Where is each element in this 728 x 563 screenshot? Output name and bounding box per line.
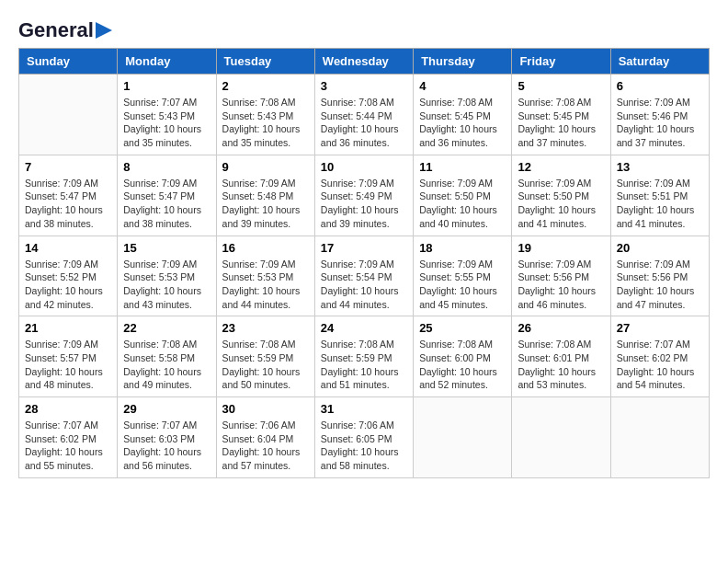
svg-marker-0 <box>96 22 112 39</box>
day-number: 14 <box>25 241 111 255</box>
calendar-cell: 10Sunrise: 7:09 AM Sunset: 5:49 PM Dayli… <box>314 155 413 236</box>
calendar-cell: 1Sunrise: 7:07 AM Sunset: 5:43 PM Daylig… <box>118 75 216 155</box>
day-number: 16 <box>222 241 309 255</box>
day-number: 11 <box>419 160 506 174</box>
calendar-week-row: 14Sunrise: 7:09 AM Sunset: 5:52 PM Dayli… <box>19 236 710 316</box>
day-info: Sunrise: 7:09 AM Sunset: 5:48 PM Dayligh… <box>222 177 309 231</box>
calendar-day-header: Friday <box>512 49 610 75</box>
day-number: 21 <box>25 321 111 335</box>
calendar-cell: 11Sunrise: 7:09 AM Sunset: 5:50 PM Dayli… <box>414 155 512 236</box>
calendar-table: SundayMondayTuesdayWednesdayThursdayFrid… <box>18 48 710 478</box>
calendar-day-header: Monday <box>118 49 216 75</box>
day-number: 7 <box>25 160 111 174</box>
calendar-cell: 18Sunrise: 7:09 AM Sunset: 5:55 PM Dayli… <box>414 236 512 316</box>
calendar-cell: 3Sunrise: 7:08 AM Sunset: 5:44 PM Daylig… <box>314 75 413 155</box>
calendar-cell <box>610 397 709 478</box>
calendar-day-header: Sunday <box>19 49 118 75</box>
day-info: Sunrise: 7:09 AM Sunset: 5:54 PM Dayligh… <box>321 258 407 312</box>
day-info: Sunrise: 7:08 AM Sunset: 5:45 PM Dayligh… <box>518 96 604 150</box>
calendar-day-header: Thursday <box>414 49 512 75</box>
day-number: 3 <box>321 79 407 93</box>
calendar-week-row: 21Sunrise: 7:09 AM Sunset: 5:57 PM Dayli… <box>19 316 710 397</box>
calendar-cell: 17Sunrise: 7:09 AM Sunset: 5:54 PM Dayli… <box>314 236 413 316</box>
day-info: Sunrise: 7:09 AM Sunset: 5:56 PM Dayligh… <box>617 258 703 312</box>
day-info: Sunrise: 7:09 AM Sunset: 5:55 PM Dayligh… <box>419 258 506 312</box>
calendar-day-header: Tuesday <box>216 49 314 75</box>
day-info: Sunrise: 7:07 AM Sunset: 6:02 PM Dayligh… <box>25 419 111 473</box>
day-info: Sunrise: 7:09 AM Sunset: 5:57 PM Dayligh… <box>25 338 111 392</box>
day-info: Sunrise: 7:09 AM Sunset: 5:56 PM Dayligh… <box>518 258 604 312</box>
day-info: Sunrise: 7:09 AM Sunset: 5:53 PM Dayligh… <box>123 258 210 312</box>
calendar-cell: 16Sunrise: 7:09 AM Sunset: 5:53 PM Dayli… <box>216 236 314 316</box>
calendar-cell: 15Sunrise: 7:09 AM Sunset: 5:53 PM Dayli… <box>118 236 216 316</box>
calendar-cell: 31Sunrise: 7:06 AM Sunset: 6:05 PM Dayli… <box>314 397 413 478</box>
day-number: 28 <box>25 402 111 416</box>
day-number: 27 <box>617 321 703 335</box>
day-info: Sunrise: 7:08 AM Sunset: 5:45 PM Dayligh… <box>419 96 506 150</box>
day-info: Sunrise: 7:09 AM Sunset: 5:50 PM Dayligh… <box>419 177 506 231</box>
calendar-cell: 24Sunrise: 7:08 AM Sunset: 5:59 PM Dayli… <box>314 316 413 397</box>
day-number: 9 <box>222 160 309 174</box>
day-number: 4 <box>419 79 506 93</box>
calendar-cell: 26Sunrise: 7:08 AM Sunset: 6:01 PM Dayli… <box>512 316 610 397</box>
day-number: 22 <box>123 321 210 335</box>
day-info: Sunrise: 7:08 AM Sunset: 5:43 PM Dayligh… <box>222 96 309 150</box>
day-info: Sunrise: 7:06 AM Sunset: 6:04 PM Dayligh… <box>222 419 309 473</box>
calendar-cell: 21Sunrise: 7:09 AM Sunset: 5:57 PM Dayli… <box>19 316 118 397</box>
day-info: Sunrise: 7:08 AM Sunset: 5:44 PM Dayligh… <box>321 96 407 150</box>
calendar-cell: 28Sunrise: 7:07 AM Sunset: 6:02 PM Dayli… <box>19 397 118 478</box>
calendar-cell <box>414 397 512 478</box>
calendar-cell: 19Sunrise: 7:09 AM Sunset: 5:56 PM Dayli… <box>512 236 610 316</box>
day-info: Sunrise: 7:06 AM Sunset: 6:05 PM Dayligh… <box>321 419 407 473</box>
day-info: Sunrise: 7:09 AM Sunset: 5:47 PM Dayligh… <box>123 177 210 231</box>
day-number: 10 <box>321 160 407 174</box>
calendar-week-row: 7Sunrise: 7:09 AM Sunset: 5:47 PM Daylig… <box>19 155 710 236</box>
calendar-cell <box>512 397 610 478</box>
day-info: Sunrise: 7:08 AM Sunset: 5:59 PM Dayligh… <box>222 338 309 392</box>
day-info: Sunrise: 7:09 AM Sunset: 5:47 PM Dayligh… <box>25 177 111 231</box>
day-number: 23 <box>222 321 309 335</box>
calendar-cell <box>19 75 118 155</box>
logo-general: General <box>18 18 94 42</box>
calendar-cell: 5Sunrise: 7:08 AM Sunset: 5:45 PM Daylig… <box>512 75 610 155</box>
day-number: 13 <box>617 160 703 174</box>
day-number: 25 <box>419 321 506 335</box>
calendar-cell: 9Sunrise: 7:09 AM Sunset: 5:48 PM Daylig… <box>216 155 314 236</box>
day-info: Sunrise: 7:09 AM Sunset: 5:49 PM Dayligh… <box>321 177 407 231</box>
day-number: 1 <box>123 79 210 93</box>
day-number: 8 <box>123 160 210 174</box>
day-info: Sunrise: 7:08 AM Sunset: 5:58 PM Dayligh… <box>123 338 210 392</box>
day-info: Sunrise: 7:08 AM Sunset: 5:59 PM Dayligh… <box>321 338 407 392</box>
day-info: Sunrise: 7:09 AM Sunset: 5:50 PM Dayligh… <box>518 177 604 231</box>
day-number: 6 <box>617 79 703 93</box>
day-info: Sunrise: 7:07 AM Sunset: 5:43 PM Dayligh… <box>123 96 210 150</box>
calendar-cell: 13Sunrise: 7:09 AM Sunset: 5:51 PM Dayli… <box>610 155 709 236</box>
day-info: Sunrise: 7:07 AM Sunset: 6:02 PM Dayligh… <box>617 338 703 392</box>
day-number: 26 <box>518 321 604 335</box>
day-info: Sunrise: 7:09 AM Sunset: 5:53 PM Dayligh… <box>222 258 309 312</box>
day-number: 24 <box>321 321 407 335</box>
page-header: General <box>18 18 710 39</box>
calendar-day-header: Wednesday <box>314 49 413 75</box>
calendar-header-row: SundayMondayTuesdayWednesdayThursdayFrid… <box>19 49 710 75</box>
calendar-cell: 22Sunrise: 7:08 AM Sunset: 5:58 PM Dayli… <box>118 316 216 397</box>
calendar-week-row: 1Sunrise: 7:07 AM Sunset: 5:43 PM Daylig… <box>19 75 710 155</box>
day-info: Sunrise: 7:09 AM Sunset: 5:51 PM Dayligh… <box>617 177 703 231</box>
day-number: 30 <box>222 402 309 416</box>
day-number: 29 <box>123 402 210 416</box>
logo-arrow-icon <box>96 22 112 39</box>
day-number: 18 <box>419 241 506 255</box>
calendar-cell: 6Sunrise: 7:09 AM Sunset: 5:46 PM Daylig… <box>610 75 709 155</box>
day-info: Sunrise: 7:08 AM Sunset: 6:01 PM Dayligh… <box>518 338 604 392</box>
day-number: 19 <box>518 241 604 255</box>
calendar-day-header: Saturday <box>610 49 709 75</box>
day-info: Sunrise: 7:08 AM Sunset: 6:00 PM Dayligh… <box>419 338 506 392</box>
day-number: 12 <box>518 160 604 174</box>
calendar-cell: 20Sunrise: 7:09 AM Sunset: 5:56 PM Dayli… <box>610 236 709 316</box>
calendar-cell: 14Sunrise: 7:09 AM Sunset: 5:52 PM Dayli… <box>19 236 118 316</box>
day-number: 2 <box>222 79 309 93</box>
calendar-cell: 7Sunrise: 7:09 AM Sunset: 5:47 PM Daylig… <box>19 155 118 236</box>
logo: General <box>18 18 112 39</box>
day-info: Sunrise: 7:09 AM Sunset: 5:52 PM Dayligh… <box>25 258 111 312</box>
day-number: 31 <box>321 402 407 416</box>
